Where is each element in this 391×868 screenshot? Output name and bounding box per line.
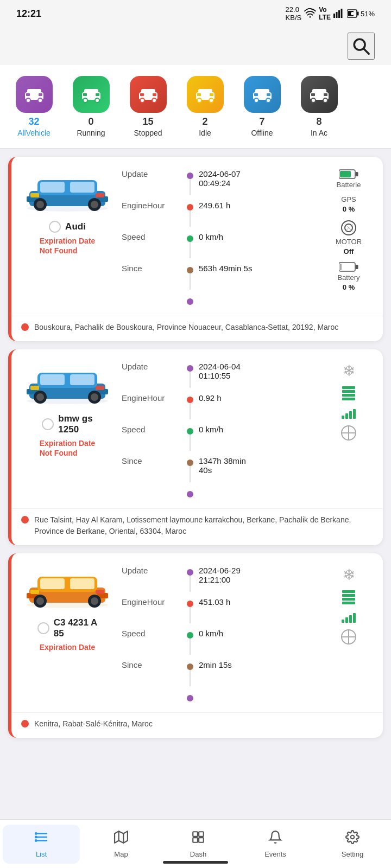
svg-rect-103 — [193, 832, 198, 837]
svg-rect-33 — [197, 93, 201, 96]
all-vehicle-icon — [16, 76, 53, 113]
data-speed: 22.0KB/S — [286, 5, 302, 22]
vehicle-name-bmw: bmw gs1250 — [58, 413, 92, 435]
info-area-audi: Update 2024-06-0700:49:24 EngineHour 249… — [122, 167, 316, 308]
tab-stopped[interactable]: 15 Stopped — [119, 73, 176, 140]
nav-map[interactable]: Map — [83, 825, 160, 864]
svg-rect-46 — [324, 93, 327, 96]
svg-rect-2 — [336, 12, 337, 18]
tab-inac[interactable]: 8 In Ac — [291, 73, 348, 140]
stopped-icon — [130, 76, 167, 113]
info-row-speed: Speed 0 km/h — [122, 229, 316, 261]
car-image-audi — [24, 167, 111, 215]
nav-dash[interactable]: Dash — [160, 825, 237, 864]
svg-point-32 — [209, 98, 213, 103]
svg-rect-34 — [210, 93, 213, 96]
svg-rect-61 — [356, 172, 358, 176]
status-circle-bmw — [42, 418, 54, 430]
vehicle-card-audi[interactable]: Audi Expiration DateNot Found Update 202… — [8, 157, 383, 341]
svg-point-89 — [36, 597, 44, 605]
info-area-c3: Update 2024-06-2921:21:00 EngineHour 451… — [122, 563, 316, 704]
svg-rect-92 — [30, 590, 39, 594]
svg-point-37 — [254, 98, 258, 103]
idle-icon — [187, 76, 224, 113]
svg-line-10 — [364, 49, 369, 54]
svg-rect-22 — [96, 93, 99, 96]
info-row-since: Since 563h 49min 5s — [122, 261, 316, 292]
stat-battery-c3 — [342, 590, 355, 604]
svg-point-20 — [95, 98, 99, 103]
tab-running[interactable]: 0 Running — [62, 73, 119, 140]
info-row-extra-c3 — [122, 689, 316, 704]
svg-point-19 — [83, 98, 87, 103]
status-icons: 22.0KB/S VoLTE 51% — [286, 5, 375, 22]
svg-rect-67 — [340, 264, 342, 270]
offline-icon — [244, 76, 281, 113]
nav-list[interactable]: List — [3, 825, 80, 864]
nav-setting-label: Setting — [342, 850, 363, 858]
location-bmw: Rue Talsint, Hay Al Karam, Lotissement l… — [11, 508, 383, 545]
svg-rect-4 — [340, 9, 342, 18]
svg-point-44 — [323, 98, 327, 103]
svg-point-99 — [35, 840, 36, 841]
tab-offline[interactable]: 7 Offline — [234, 73, 291, 140]
svg-rect-45 — [311, 93, 315, 96]
svg-rect-58 — [30, 193, 39, 197]
svg-point-97 — [35, 833, 36, 834]
svg-rect-15 — [26, 93, 30, 96]
tab-idle[interactable]: 2 Idle — [176, 73, 234, 140]
expiry-c3: Expiration Date — [40, 642, 96, 652]
svg-rect-59 — [96, 193, 104, 197]
running-icon — [73, 76, 110, 113]
vehicle-list: Audi Expiration DateNot Found Update 202… — [0, 149, 391, 792]
info-row-update: Update 2024-06-0700:49:24 — [122, 167, 316, 198]
location-audi: Bouskoura, Pachalik de Bouskoura, Provin… — [11, 316, 383, 341]
list-icon — [34, 830, 48, 847]
info-row-extra — [122, 292, 316, 308]
svg-rect-80 — [96, 386, 104, 390]
nav-events-label: Events — [264, 850, 286, 858]
svg-rect-16 — [39, 93, 42, 96]
search-button[interactable] — [348, 33, 375, 60]
info-row-since-c3: Since 2min 15s — [122, 658, 316, 689]
svg-rect-1 — [333, 14, 335, 18]
vehicle-card-c3[interactable]: C3 4231 A85 Expiration Date Update 2024-… — [8, 553, 383, 738]
svg-point-76 — [36, 393, 44, 401]
svg-point-57 — [91, 201, 98, 208]
svg-point-38 — [266, 98, 270, 103]
location-c3: Kenitra, Rabat-Salé-Kénitra, Maroc — [11, 712, 383, 738]
stat-gps-bmw — [341, 425, 356, 441]
location-dot-bmw — [21, 516, 29, 524]
svg-rect-85 — [70, 578, 94, 589]
tab-all-vehicle[interactable]: 32 AllVehicle — [5, 73, 62, 140]
stat-motor: MOTOR Off — [336, 220, 362, 256]
home-indicator — [163, 861, 228, 864]
vehicle-name-audi: Audi — [65, 221, 86, 232]
svg-rect-40 — [267, 93, 270, 96]
stat-gps-c3 — [341, 629, 356, 644]
svg-rect-3 — [338, 10, 340, 18]
car-image-c3 — [24, 563, 111, 612]
info-row-since-bmw: Since 1347h 38min40s — [122, 454, 316, 485]
location-dot-audi — [21, 323, 29, 331]
svg-rect-6 — [357, 12, 358, 16]
svg-point-43 — [311, 98, 316, 103]
svg-point-98 — [35, 836, 36, 837]
vehicle-card-bmw[interactable]: bmw gs1250 Expiration DateNot Found Upda… — [8, 349, 383, 545]
svg-rect-21 — [83, 93, 87, 96]
svg-rect-28 — [153, 93, 156, 96]
svg-rect-27 — [140, 93, 144, 96]
svg-rect-84 — [40, 578, 65, 589]
settings-icon — [345, 830, 360, 847]
status-time: 12:21 — [16, 8, 41, 20]
info-row-engine-c3: EngineHour 451.03 h — [122, 595, 316, 626]
nav-events[interactable]: Events — [237, 825, 314, 864]
svg-rect-105 — [193, 838, 198, 843]
status-circle-audi — [49, 221, 61, 233]
stat-batterie: Batterie — [337, 169, 361, 189]
events-icon — [268, 830, 282, 847]
nav-setting[interactable]: Setting — [314, 825, 391, 864]
category-tabs: 32 AllVehicle 0 Running — [0, 65, 391, 149]
car-image-bmw — [24, 359, 111, 408]
svg-rect-51 — [70, 182, 94, 193]
